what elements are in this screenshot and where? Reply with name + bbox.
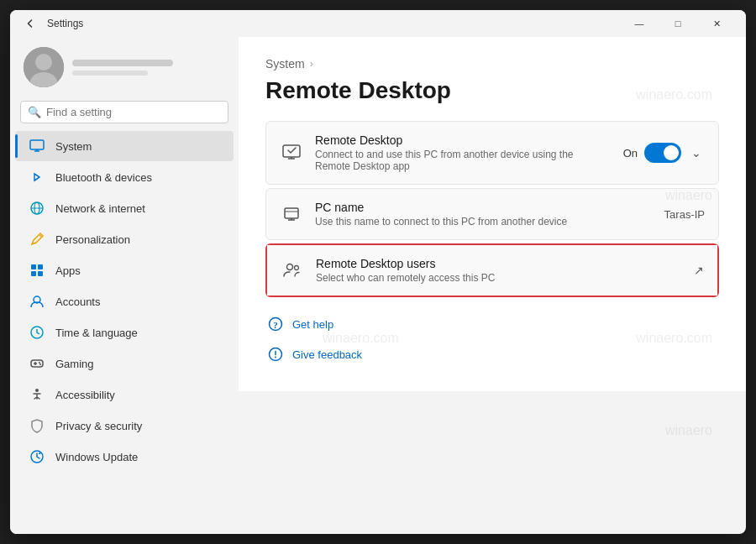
remote-desktop-users-row[interactable]: Remote Desktop users Select who can remo… [267, 245, 717, 296]
breadcrumb-parent[interactable]: System [265, 57, 305, 71]
sidebar-item-privacy[interactable]: Privacy & security [15, 411, 234, 441]
remote-desktop-title: Remote Desktop [315, 133, 612, 147]
sidebar-item-accessibility-label: Accessibility [55, 389, 115, 401]
sidebar-item-system[interactable]: System [15, 131, 234, 161]
titlebar-left: Settings [20, 13, 83, 34]
svg-point-1 [35, 54, 52, 71]
pc-name-control: Taras-IP [664, 208, 705, 221]
user-profile [10, 37, 239, 97]
get-help-link[interactable]: ? Get help [265, 311, 719, 337]
give-feedback-icon [267, 346, 284, 363]
pc-name-icon [280, 202, 303, 226]
svg-text:?: ? [273, 320, 278, 330]
remote-desktop-toggle[interactable] [644, 143, 681, 163]
svg-point-20 [39, 364, 41, 365]
sidebar-item-personalization[interactable]: Personalization [15, 224, 234, 254]
user-info [72, 60, 225, 76]
pc-name-value: Taras-IP [664, 208, 705, 221]
back-button[interactable] [20, 13, 40, 34]
titlebar-controls: — □ ✕ [620, 10, 736, 37]
sidebar-item-time-label: Time & language [55, 327, 138, 339]
svg-point-35 [275, 357, 276, 358]
remote-desktop-chevron[interactable]: ⌄ [688, 143, 705, 163]
remote-desktop-users-card: Remote Desktop users Select who can remo… [265, 243, 719, 297]
time-icon [29, 324, 45, 341]
remote-desktop-users-text: Remote Desktop users Select who can remo… [316, 257, 682, 284]
sidebar-item-accessibility[interactable]: Accessibility [15, 379, 234, 410]
get-help-label: Get help [292, 318, 333, 331]
main-wrapper: System › Remote Desktop Remote Desktop C… [239, 37, 746, 534]
svg-point-9 [39, 235, 41, 237]
remote-desktop-control: On ⌄ [623, 143, 705, 163]
settings-window: Settings — □ ✕ [10, 10, 746, 534]
remote-desktop-users-subtitle: Select who can remotely access this PC [316, 272, 682, 284]
svg-rect-13 [38, 271, 43, 276]
bluetooth-icon [29, 169, 45, 186]
svg-rect-10 [31, 264, 36, 269]
sidebar-item-system-label: System [55, 140, 92, 153]
sidebar-item-network-label: Network & internet [55, 202, 145, 215]
sidebar-item-gaming-label: Gaming [55, 358, 94, 370]
content-area: 🔍 System Bluetooth & devices [10, 37, 746, 534]
sidebar-item-time[interactable]: Time & language [15, 317, 234, 348]
remote-desktop-subtitle: Connect to and use this PC from another … [315, 149, 612, 172]
accessibility-icon [29, 386, 45, 403]
get-help-icon: ? [267, 316, 284, 332]
sidebar: 🔍 System Bluetooth & devices [10, 37, 239, 534]
svg-rect-26 [285, 208, 298, 218]
close-button[interactable]: ✕ [697, 10, 736, 37]
svg-rect-12 [31, 271, 36, 276]
sidebar-item-apps-label: Apps [55, 264, 81, 277]
minimize-button[interactable]: — [620, 10, 659, 37]
personalization-icon [29, 231, 45, 248]
breadcrumb-separator: › [310, 58, 313, 70]
user-name-bar [72, 60, 173, 66]
give-feedback-link[interactable]: Give feedback [265, 341, 719, 368]
search-icon: 🔍 [28, 106, 41, 118]
sidebar-item-bluetooth-label: Bluetooth & devices [55, 171, 152, 184]
remote-desktop-users-control: ↗ [694, 264, 704, 277]
sidebar-item-update[interactable]: Windows Update [15, 442, 234, 472]
privacy-icon [29, 417, 45, 434]
sidebar-item-apps[interactable]: Apps [15, 255, 234, 285]
remote-desktop-text: Remote Desktop Connect to and use this P… [315, 133, 612, 172]
remote-desktop-icon [280, 141, 303, 165]
pc-name-subtitle: Use this name to connect to this PC from… [315, 216, 653, 228]
user-email-bar [72, 71, 148, 76]
remote-desktop-card: Remote Desktop Connect to and use this P… [265, 121, 719, 185]
breadcrumb: System › [265, 57, 719, 71]
accounts-icon [29, 293, 45, 310]
main-content: System › Remote Desktop Remote Desktop C… [239, 37, 746, 391]
give-feedback-label: Give feedback [292, 348, 362, 361]
svg-rect-11 [38, 264, 43, 269]
network-icon [29, 200, 45, 217]
help-section: ? Get help Give feedback [265, 311, 719, 368]
titlebar: Settings — □ ✕ [10, 10, 746, 37]
search-input[interactable] [46, 106, 221, 118]
titlebar-title: Settings [47, 18, 83, 29]
svg-point-30 [287, 264, 293, 270]
sidebar-item-accounts-label: Accounts [55, 296, 100, 308]
pc-name-text: PC name Use this name to connect to this… [315, 201, 653, 228]
pc-name-row: PC name Use this name to connect to this… [266, 189, 718, 239]
apps-icon [29, 262, 45, 279]
sidebar-item-network[interactable]: Network & internet [15, 193, 234, 223]
remote-desktop-row: Remote Desktop Connect to and use this P… [266, 122, 718, 184]
sidebar-item-bluetooth[interactable]: Bluetooth & devices [15, 162, 234, 192]
svg-point-21 [35, 389, 39, 392]
pc-name-title: PC name [315, 201, 653, 214]
maximize-button[interactable]: □ [659, 10, 697, 37]
sidebar-item-update-label: Windows Update [55, 451, 138, 463]
system-icon [29, 138, 45, 154]
search-box[interactable]: 🔍 [20, 101, 228, 123]
external-link-icon[interactable]: ↗ [694, 264, 704, 277]
toggle-on-label: On [623, 147, 638, 160]
sidebar-item-accounts[interactable]: Accounts [15, 286, 234, 316]
pc-name-card: PC name Use this name to connect to this… [265, 188, 719, 240]
nav-list: System Bluetooth & devices Network & int… [10, 130, 239, 473]
update-icon [29, 448, 45, 465]
remote-desktop-users-icon [281, 259, 304, 282]
avatar [24, 47, 64, 87]
page-title: Remote Desktop [265, 77, 719, 104]
sidebar-item-gaming[interactable]: Gaming [15, 348, 234, 379]
